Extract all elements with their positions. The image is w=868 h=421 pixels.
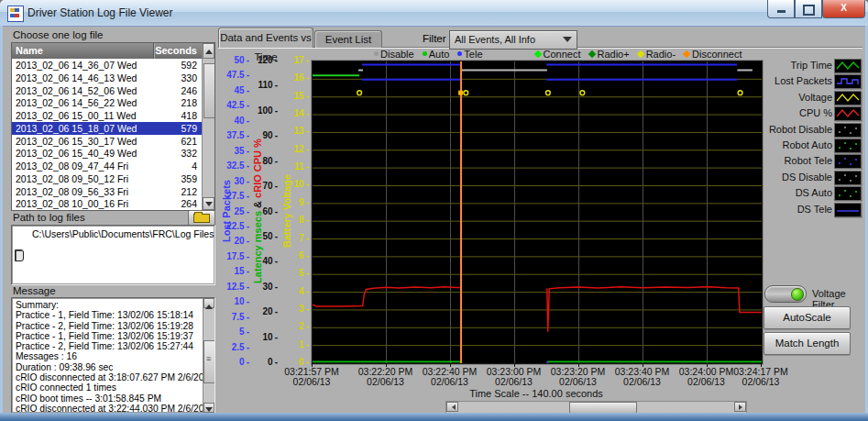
log-file-name: 2013_02_08 09_50_12 Fri (16, 173, 128, 184)
plot-legend-label: Voltage (798, 92, 832, 103)
table-row[interactable]: 2013_02_06 15_18_07 Wed579 (12, 122, 203, 135)
plot-legend-item: DS Disable (768, 171, 863, 184)
browse-folder-button[interactable] (188, 210, 215, 226)
table-row[interactable]: 2013_02_06 15_30_17 Wed621 (12, 135, 203, 148)
radio-minus-marker (546, 91, 551, 95)
x-tick-date: 02/06/13 (273, 377, 350, 387)
close-button[interactable]: X (822, 0, 865, 18)
plot-legend-item: Robot Auto (768, 138, 863, 152)
minimize-button[interactable] (767, 0, 795, 18)
lost_packets-tick: 47.5 (213, 70, 249, 80)
plot-legend-dots-icon (834, 171, 862, 185)
table-row[interactable]: 2013_02_08 09_56_33 Fri212 (12, 185, 203, 198)
plot-legend-item: Voltage (768, 91, 863, 105)
table-row[interactable]: 2013_02_06 14_52_06 Wed246 (12, 84, 203, 97)
choose-log-label: Choose one log file (13, 29, 103, 40)
table-row[interactable]: 2013_02_06 14_36_07 Wed592 (12, 59, 203, 72)
plot-legend-dots-icon (834, 123, 862, 138)
message-line: Practice - 1, Field Time: 13/02/06 15:18… (16, 310, 199, 320)
message-label: Message (13, 285, 56, 296)
log-file-seconds: 246 (181, 85, 197, 96)
log-file-seconds: 330 (181, 72, 197, 83)
battery_voltage-tick: 1 (274, 339, 309, 349)
log-file-name: 2013_02_06 15_30_17 Wed (16, 136, 137, 147)
log-file-seconds: 264 (181, 198, 197, 209)
log-file-listbox[interactable]: Name Seconds 2013_02_06 14_36_07 Wed5922… (11, 42, 215, 211)
log-file-seconds: 218 (181, 97, 197, 108)
plot-legend-item: CPU % (768, 106, 863, 120)
battery_voltage-tick: 12 (274, 144, 309, 154)
tab-data-events[interactable]: Data and Events vs Time (218, 28, 313, 48)
plot-legend-item: Lost Packets (768, 74, 863, 88)
plot-legend-item: Robot Tele (768, 154, 863, 168)
log-file-rows: 2013_02_06 14_36_07 Wed5922013_02_06 14_… (12, 59, 203, 210)
battery_voltage-tick: 11 (274, 161, 309, 172)
voltage-filter-toggle[interactable] (764, 285, 807, 303)
folder-icon (193, 214, 210, 223)
window-border (0, 413, 868, 421)
legend-item-connect: Connect (535, 49, 581, 60)
log-file-name: 2013_02_06 14_56_22 Wed (16, 97, 137, 108)
title-bar: Driver Station Log File Viewer X (0, 0, 868, 27)
latency_cpu-tick: 100 (245, 105, 278, 116)
battery_voltage-tick: 16 (274, 72, 309, 83)
disconnect-marker (458, 91, 463, 95)
cpu---trace (313, 287, 461, 306)
axis-title-part: & (252, 198, 263, 211)
lost_packets-tick: 32.5 (213, 161, 249, 171)
event-legend: DisableAutoTeleConnectRadio+Radio-Discon… (374, 48, 768, 60)
battery_voltage-tick: 6 (274, 250, 309, 260)
legend-item-disconnect: Disconnect (684, 49, 742, 60)
message-line: Practice - 2, Field Time: 13/02/06 15:27… (16, 341, 199, 351)
maximize-icon (803, 5, 815, 16)
window-title: Driver Station Log File Viewer (27, 6, 173, 19)
table-row[interactable]: 2013_02_06 15_00_11 Wed418 (12, 109, 203, 122)
legend-label: Disable (380, 49, 414, 60)
chart-plot-area (312, 61, 763, 364)
message-line: Practice - 1, Field Time: 13/02/06 15:19… (16, 331, 199, 341)
diamond-icon (533, 50, 541, 57)
path-input[interactable]: C:\Users\Public\Documents\FRC\Log Files (11, 225, 215, 285)
log-file-name: 2013_02_06 15_18_07 Wed (16, 123, 137, 134)
table-row[interactable]: 2013_02_06 15_40_49 Wed332 (12, 147, 203, 160)
column-name: Name (16, 45, 43, 56)
message-box: Summary: Practice - 1, Field Time: 13/02… (11, 297, 215, 414)
legend-label: Tele (464, 49, 482, 60)
battery_voltage-tick: 4 (274, 286, 309, 296)
filter-label: Filter (423, 33, 446, 44)
lost_packets-tick: 2.5 (213, 342, 249, 352)
maximize-button[interactable] (795, 0, 822, 18)
plot-legend-label: DS Disable (782, 172, 832, 183)
lost_packets-tick: 15 (213, 266, 249, 276)
table-row[interactable]: 2013_02_08 09_47_44 Fri4 (12, 160, 203, 172)
scroll-right-button[interactable] (734, 402, 746, 412)
log-file-name: 2013_02_06 14_46_13 Wed (16, 72, 137, 83)
table-row[interactable]: 2013_02_06 14_56_22 Wed218 (12, 96, 203, 109)
log-file-seconds: 359 (181, 173, 197, 184)
message-line: cRIO boot times -- 3:01:58.845 PM (16, 393, 199, 404)
log-file-name: 2013_02_06 14_36_07 Wed (16, 60, 137, 71)
battery_voltage-tick: 14 (274, 108, 309, 118)
minimize-icon (777, 10, 786, 13)
table-row[interactable]: 2013_02_08 09_50_12 Fri359 (12, 172, 203, 185)
message-line: Duration : 09:38.96 sec (16, 362, 199, 372)
plot-legend-zigzag-icon (834, 59, 862, 73)
scroll-down-icon[interactable] (203, 403, 214, 413)
filter-dropdown[interactable]: All Events, All Info (449, 30, 577, 50)
battery_voltage-tick: 17 (274, 55, 309, 65)
tab-event-list[interactable]: Event List (314, 30, 382, 48)
plot-legend-label: DS Tele (797, 204, 832, 215)
arrow-right-icon (739, 404, 745, 410)
lost-packets-axis-title: Lost Packets (221, 180, 232, 242)
scroll-left-button[interactable] (446, 402, 458, 412)
legend-item-auto: Auto (423, 49, 450, 60)
table-row[interactable]: 2013_02_08 10_00_16 Fri264 (12, 197, 203, 210)
table-row[interactable]: 2013_02_06 14_46_13 Wed330 (12, 72, 203, 84)
battery-voltage-axis-title: Battery Voltage (281, 174, 292, 248)
lost_packets-tick: 35 (213, 146, 249, 156)
autoscale-button[interactable]: AutoScale (764, 306, 851, 329)
app-icon (7, 6, 24, 22)
plot-legend-item: DS Auto (768, 186, 863, 200)
plot-legend-item: DS Tele (768, 203, 863, 216)
match-length-button[interactable]: Match Length (764, 332, 851, 355)
